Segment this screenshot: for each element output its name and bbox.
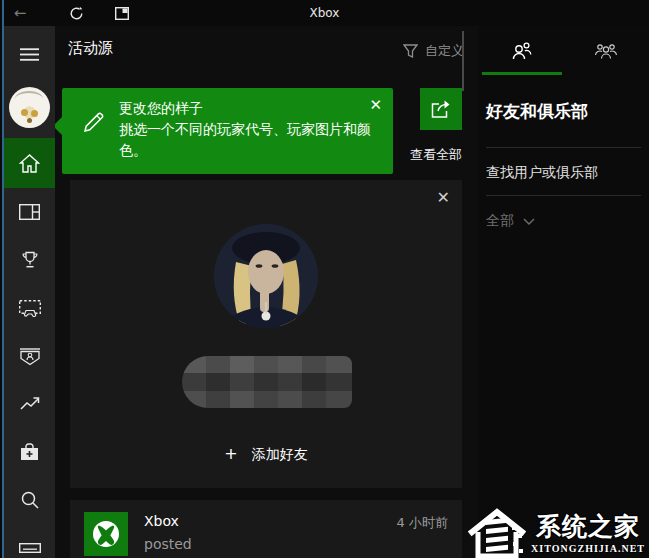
sidebar <box>4 26 55 558</box>
share-button[interactable] <box>420 88 462 130</box>
clubs-pennant-icon <box>20 347 40 366</box>
add-friend-button[interactable]: +添加好友 <box>70 444 462 464</box>
store-icon <box>20 443 39 461</box>
hamburger-icon <box>20 48 39 61</box>
tab-clubs[interactable] <box>564 26 649 75</box>
post-timestamp: 4 小时前 <box>397 514 448 532</box>
post-action: posted <box>144 536 192 552</box>
pencil-icon <box>81 111 105 135</box>
see-all-link[interactable]: 查看全部 <box>410 146 462 164</box>
trending-icon <box>20 397 40 411</box>
friends-icon <box>509 41 533 61</box>
filter-label: 全部 <box>486 212 514 230</box>
sidebar-item-store[interactable] <box>4 428 55 476</box>
sidebar-item-clubs[interactable] <box>4 332 55 380</box>
titlebar: ← Xbox <box>0 0 649 26</box>
card-close-button[interactable]: ✕ <box>437 188 450 207</box>
sidebar-item-trending[interactable] <box>4 380 55 428</box>
window-title: Xbox <box>0 6 649 20</box>
home-icon <box>19 154 40 173</box>
trophy-icon <box>21 251 39 269</box>
tooltip-title: 更改您的样子 <box>119 98 371 119</box>
window-left-edge <box>0 0 4 558</box>
xbox-logo-icon <box>84 512 128 556</box>
tooltip-body: 挑选一个不同的玩家代号、玩家图片和颜色。 <box>119 119 371 161</box>
sidebar-item-library[interactable] <box>4 188 55 236</box>
friend-suggestion-card: ✕ +添加好友 <box>70 180 462 488</box>
watermark-house-icon <box>468 506 526 558</box>
feed-post[interactable]: Xbox posted 4 小时前 <box>70 500 462 558</box>
watermark-title: 系统之家 <box>536 510 640 543</box>
gamertag-blurred <box>182 356 352 408</box>
menu-button[interactable] <box>4 36 55 72</box>
tooltip-close-button[interactable]: ✕ <box>369 96 382 114</box>
sidebar-item-console[interactable] <box>4 524 55 558</box>
console-icon <box>19 543 41 553</box>
customize-button[interactable]: 自定义 <box>403 42 464 60</box>
friends-search-input[interactable] <box>486 148 641 195</box>
plus-icon: + <box>224 444 237 463</box>
active-tab-underline <box>482 72 562 75</box>
clubs-icon <box>594 42 618 60</box>
add-friend-label: 添加好友 <box>252 446 308 462</box>
watermark-domain: XITONGZHIJIA.NET <box>531 543 645 554</box>
filter-funnel-icon <box>403 44 418 58</box>
game-dvr-icon <box>19 300 41 317</box>
search-icon <box>21 491 39 509</box>
sidebar-item-search[interactable] <box>4 476 55 524</box>
friends-panel-tabs <box>478 26 649 75</box>
sidebar-item-captures[interactable] <box>4 284 55 332</box>
friends-panel-heading: 好友和俱乐部 <box>486 100 588 123</box>
feed-title: 活动源 <box>68 39 113 58</box>
post-author: Xbox <box>144 513 179 529</box>
sidebar-item-achievements[interactable] <box>4 236 55 284</box>
friends-filter-dropdown[interactable]: 全部 <box>486 212 535 230</box>
gamer-picture <box>214 224 318 328</box>
sidebar-nav <box>4 138 55 558</box>
friends-search-field[interactable] <box>486 147 641 196</box>
sidebar-avatar[interactable] <box>9 87 50 128</box>
customize-label: 自定义 <box>425 42 464 60</box>
watermark: 系统之家 XITONGZHIJIA.NET <box>468 506 645 558</box>
friends-panel: 好友和俱乐部 全部 <box>478 26 649 558</box>
scrollbar-thumb[interactable] <box>462 31 464 91</box>
activity-feed: 活动源 自定义 更改您的样子 挑选一个不同的玩家代号、玩家图片和颜色。 ✕ 查看… <box>55 26 478 558</box>
change-look-tooltip: 更改您的样子 挑选一个不同的玩家代号、玩家图片和颜色。 ✕ <box>62 88 393 174</box>
share-icon <box>430 99 452 119</box>
tooltip-text: 更改您的样子 挑选一个不同的玩家代号、玩家图片和颜色。 <box>119 98 371 161</box>
chevron-down-icon <box>523 218 535 225</box>
sidebar-item-home[interactable] <box>4 138 55 188</box>
tab-friends[interactable] <box>478 26 564 75</box>
library-icon <box>19 204 40 220</box>
